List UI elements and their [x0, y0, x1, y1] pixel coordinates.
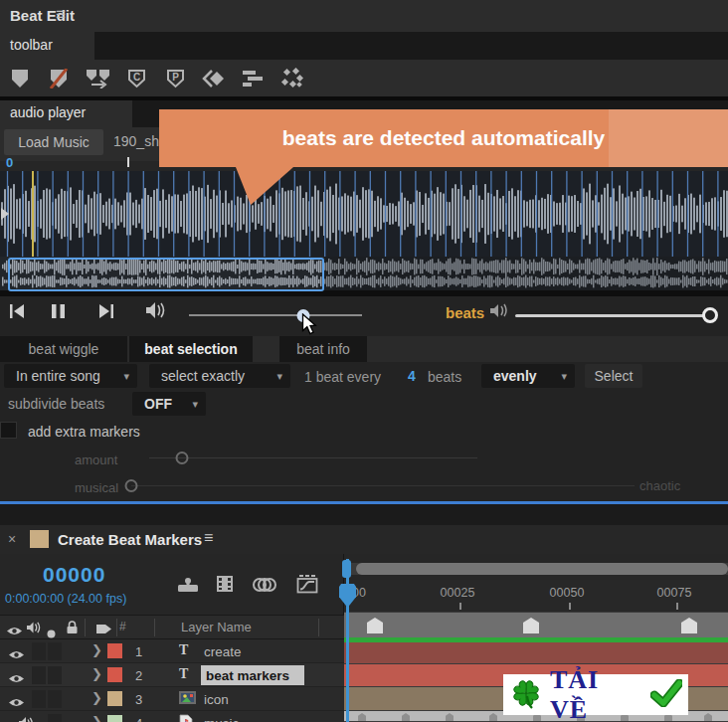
comp-marker-band[interactable] — [344, 612, 728, 637]
eye-icon[interactable] — [8, 670, 25, 688]
select-button[interactable]: Select — [585, 364, 642, 388]
add-extra-markers-checkbox[interactable] — [0, 422, 17, 439]
panel-menu-icon[interactable]: ≡ — [56, 5, 66, 25]
ruler-tick — [676, 603, 678, 610]
scope-dropdown[interactable]: In entire song ▾ — [4, 364, 137, 388]
music-volume-icon[interactable] — [145, 301, 169, 323]
amount-slider[interactable] — [149, 450, 477, 467]
waveform-ruler-zero: 0 — [6, 155, 13, 170]
music-volume-slider[interactable] — [189, 306, 362, 324]
move-markers-icon[interactable] — [86, 69, 109, 89]
chevron-down-icon: ▾ — [561, 370, 567, 383]
watermark: TẢI VỀ — [503, 674, 688, 715]
mouse-cursor — [301, 313, 318, 340]
comp-menu-icon[interactable]: ≡ — [204, 529, 213, 547]
sequence-layers-icon[interactable] — [241, 69, 265, 89]
distribution-value: evenly — [493, 368, 537, 384]
tab-toolbar[interactable]: toolbar — [0, 32, 94, 60]
subdivide-label: subdivide beats — [8, 396, 104, 412]
precomp-marker-icon[interactable]: P — [163, 69, 187, 89]
layer-name-edit-field[interactable]: beat markers — [201, 665, 304, 685]
tab-audio-player[interactable]: audio player — [0, 100, 132, 127]
layer-row-create[interactable]: ❯ 1 T create — [0, 639, 344, 663]
amount-thumb[interactable] — [176, 451, 189, 464]
every-value-field[interactable]: 4 — [408, 368, 416, 384]
layer-name[interactable]: icon — [204, 692, 229, 707]
musical-thumb[interactable] — [125, 479, 138, 492]
layer-row-icon[interactable]: ❯ 3 icon — [0, 687, 344, 711]
subdivide-dropdown[interactable]: OFF ▾ — [132, 392, 206, 416]
ruler-tick — [459, 603, 461, 610]
layer-name[interactable]: create — [204, 644, 242, 659]
load-music-button[interactable]: Load Music — [4, 129, 103, 155]
expand-chevron-icon[interactable]: ❯ — [91, 642, 102, 657]
expand-chevron-icon[interactable]: ❯ — [91, 714, 102, 722]
timeline-playhead-line[interactable] — [346, 559, 349, 722]
comp-marker-icon[interactable] — [523, 618, 539, 633]
image-layer-icon — [179, 690, 196, 709]
expand-chevron-icon[interactable]: ❯ — [91, 690, 102, 705]
comp-marker-icon[interactable] — [367, 618, 383, 633]
chaotic-label: chaotic — [639, 478, 680, 493]
skip-forward-button[interactable] — [95, 302, 117, 320]
layer-color-swatch[interactable] — [107, 715, 122, 722]
tab-beat-selection[interactable]: beat selection — [129, 336, 253, 362]
clover-icon — [509, 676, 543, 714]
graph-editor-icon[interactable] — [296, 575, 318, 598]
tab-beat-info[interactable]: beat info — [279, 336, 367, 362]
track-bar-create[interactable] — [344, 642, 728, 664]
current-timecode[interactable]: 00000 — [43, 563, 105, 587]
add-marker-icon[interactable] — [8, 69, 32, 89]
label-column-tag-icon — [95, 622, 112, 639]
timeline-scrollbar-thumb[interactable] — [356, 563, 728, 575]
frame-blend-icon[interactable] — [215, 575, 235, 597]
every-suffix-label: beats — [428, 369, 461, 385]
beat-edit-window: Beat Edit ≡ toolbar C P audio player — [0, 0, 728, 722]
expand-chevron-icon[interactable]: ❯ — [91, 666, 102, 681]
skip-back-button[interactable] — [6, 302, 28, 320]
beats-volume-label: beats — [446, 304, 484, 321]
musical-chaotic-slider[interactable] — [131, 477, 635, 495]
eye-icon[interactable] — [8, 694, 25, 712]
scope-value: In entire song — [16, 368, 100, 384]
layer-row-music[interactable]: ❯ 4 music — [0, 711, 344, 722]
watermark-text[interactable]: TẢI VỀ — [550, 665, 643, 722]
layer-color-swatch[interactable] — [107, 691, 122, 706]
comp-marker-icon[interactable] — [681, 618, 697, 633]
audio-playhead[interactable] — [32, 171, 34, 257]
create-beat-markers-header: × Create Beat Markers ≡ — [0, 525, 728, 554]
comp-marker-icon[interactable]: C — [124, 69, 148, 89]
motion-blur-icon[interactable] — [253, 577, 276, 597]
toggle-cell — [32, 666, 46, 684]
layer-row-beat-markers[interactable]: ❯ 2 T beat markers — [0, 663, 344, 687]
close-icon[interactable]: × — [8, 531, 16, 547]
shy-layers-icon[interactable] — [177, 578, 199, 597]
ruler-label: 00050 — [545, 586, 589, 600]
track-name: 190_sh — [113, 133, 159, 149]
select-mode-value: select exactly — [161, 368, 245, 384]
distribution-dropdown[interactable]: evenly ▾ — [481, 364, 575, 388]
tab-beat-wiggle[interactable]: beat wiggle — [0, 336, 127, 362]
scatter-markers-icon[interactable] — [279, 68, 303, 90]
timeline-ruler[interactable]: 00 00025 00050 00075 — [344, 580, 728, 612]
column-separator — [116, 619, 117, 636]
overview-selection-box[interactable] — [8, 258, 324, 291]
callout-highlight-overlay — [609, 109, 728, 167]
beats-volume-thumb[interactable] — [702, 307, 718, 323]
pause-button[interactable] — [48, 302, 70, 320]
select-mode-dropdown[interactable]: select exactly ▾ — [149, 364, 290, 388]
comp-color-swatch[interactable] — [30, 530, 49, 548]
delete-marker-icon[interactable] — [47, 69, 71, 89]
layer-color-swatch[interactable] — [107, 643, 122, 658]
subdivide-value: OFF — [144, 396, 172, 412]
beats-volume-slider[interactable] — [515, 306, 710, 324]
layer-color-swatch[interactable] — [107, 667, 122, 682]
layer-name[interactable]: music — [204, 716, 239, 722]
column-separator — [85, 619, 86, 636]
waveform-display[interactable] — [0, 171, 728, 257]
audio-on-speaker-icon[interactable] — [18, 716, 34, 722]
audio-column-speaker-icon — [26, 621, 41, 638]
beats-volume-icon[interactable] — [489, 302, 511, 323]
keyframes-icon[interactable] — [202, 69, 226, 89]
eye-icon[interactable] — [8, 646, 25, 664]
